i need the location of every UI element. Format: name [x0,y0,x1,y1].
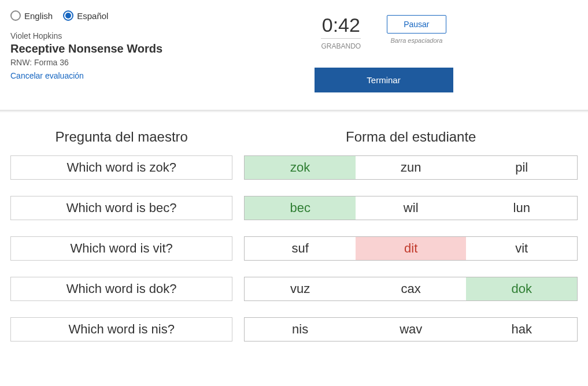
pause-button[interactable]: Pausar [387,15,446,34]
answer-option[interactable]: nis [245,318,356,341]
teacher-question: Which word is nis? [10,317,232,342]
answer-option[interactable]: bec [245,196,356,220]
student-answer-row: sufditvit [244,236,578,261]
student-answer-row: zokzunpil [244,155,578,180]
radio-inner-icon [65,13,71,18]
answer-option[interactable]: pil [466,156,577,179]
student-answer-row: niswavhak [244,317,578,342]
student-name: Violet Hopkins [10,31,190,40]
answer-option[interactable]: zok [245,156,356,179]
answer-option[interactable]: cax [356,277,467,300]
answer-option[interactable]: wav [356,318,467,341]
form-id: RNW: Forma 36 [10,58,190,67]
teacher-question-header: Pregunta del maestro [10,129,232,145]
teacher-question: Which word is zok? [10,155,232,180]
answer-option[interactable]: dok [466,277,577,300]
answer-option[interactable]: hak [466,318,577,341]
lang-radio-english[interactable]: English [10,10,53,21]
timer-block: 0:42 GRABANDO [321,15,361,50]
answer-option[interactable]: zun [356,156,467,179]
recording-status: GRABANDO [321,38,361,50]
answer-option[interactable]: vuz [245,277,356,300]
lang-label-espanol: Español [77,11,108,21]
answer-option[interactable]: wil [356,196,467,220]
answer-option[interactable]: dit [356,237,467,260]
finish-button[interactable]: Terminar [315,68,453,92]
spacebar-hint: Barra espaciadora [387,37,446,44]
student-answer-row: vuzcaxdok [244,277,578,301]
answer-option[interactable]: lun [466,196,577,220]
teacher-question: Which word is vit? [10,236,232,261]
radio-inner-icon [13,13,19,18]
teacher-question: Which word is dok? [10,277,232,301]
assessment-title: Receptive Nonsense Words [10,42,190,55]
lang-label-english: English [24,11,53,21]
language-selector: English Español [10,10,190,21]
lang-radio-espanol[interactable]: Español [63,10,108,21]
student-form-header: Forma del estudiante [244,129,578,145]
timer-value: 0:42 [321,15,361,35]
radio-outer-icon [63,10,73,21]
radio-outer-icon [10,10,21,21]
student-answer-row: becwillun [244,196,578,220]
teacher-question: Which word is bec? [10,196,232,220]
answer-option[interactable]: vit [466,237,577,260]
cancel-link[interactable]: Cancelar evaluación [10,71,84,80]
answer-option[interactable]: suf [245,237,356,260]
